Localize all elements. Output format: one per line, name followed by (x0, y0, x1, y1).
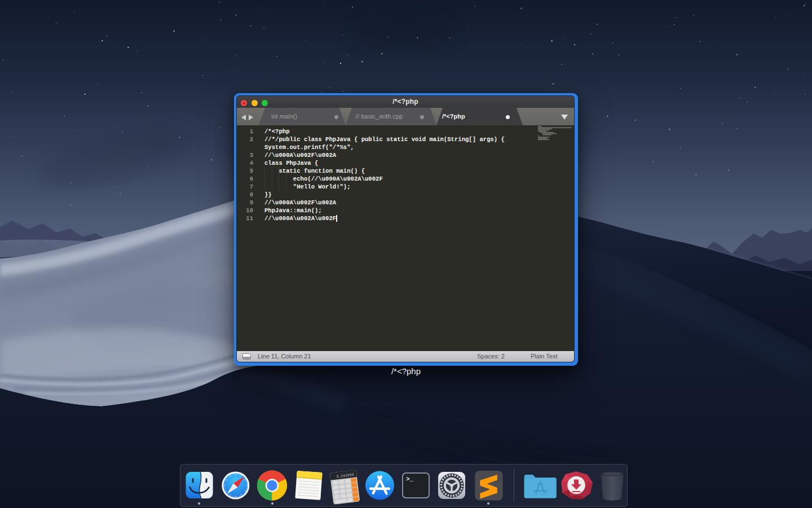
svg-text:>_: >_ (406, 476, 414, 483)
